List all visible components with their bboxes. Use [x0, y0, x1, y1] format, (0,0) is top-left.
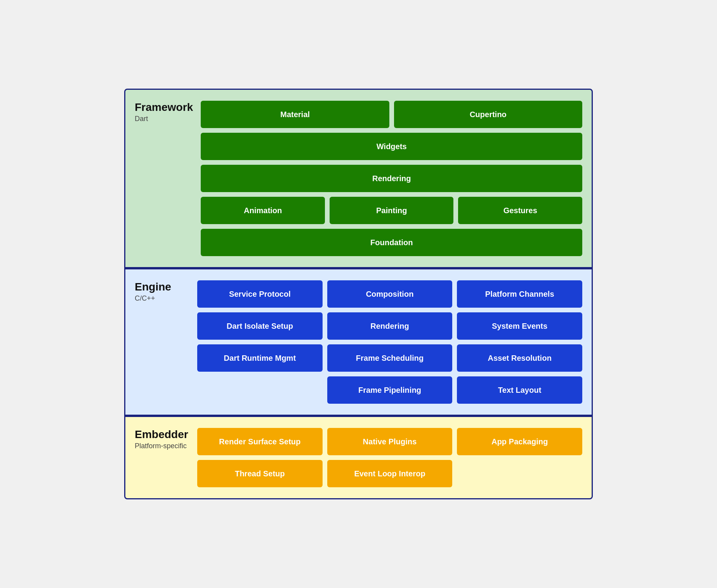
framework-label: Framework Dart [135, 101, 193, 123]
framework-foundation: Foundation [201, 229, 582, 256]
framework-row-2: Widgets [201, 133, 582, 160]
engine-text-layout: Text Layout [457, 376, 582, 404]
embedder-layer: Embedder Platform-specific Render Surfac… [124, 416, 593, 499]
engine-dart-runtime-mgmt: Dart Runtime Mgmt [197, 344, 323, 372]
engine-system-events: System Events [457, 312, 582, 340]
engine-dart-isolate-setup: Dart Isolate Setup [197, 312, 323, 340]
embedder-app-packaging: App Packaging [457, 428, 582, 455]
engine-composition: Composition [327, 280, 453, 308]
embedder-event-loop-interop: Event Loop Interop [327, 460, 453, 487]
embedder-thread-setup: Thread Setup [197, 460, 323, 487]
engine-asset-resolution: Asset Resolution [457, 344, 582, 372]
embedder-subtitle: Platform-specific [135, 442, 189, 450]
embedder-row-1: Render Surface Setup Native Plugins App … [197, 428, 582, 455]
engine-row-4: Frame Pipelining Text Layout [197, 376, 582, 404]
framework-material: Material [201, 101, 389, 128]
framework-row-1: Material Cupertino [201, 101, 582, 128]
engine-rendering: Rendering [327, 312, 453, 340]
framework-layer: Framework Dart Material Cupertino Widget… [124, 89, 593, 268]
embedder-label: Embedder Platform-specific [135, 428, 189, 450]
framework-row-4: Animation Painting Gestures [201, 197, 582, 224]
engine-content: Service Protocol Composition Platform Ch… [197, 280, 582, 404]
embedder-native-plugins: Native Plugins [327, 428, 453, 455]
framework-row-3: Rendering [201, 165, 582, 192]
framework-rendering: Rendering [201, 165, 582, 192]
framework-gestures: Gestures [458, 197, 582, 224]
engine-service-protocol: Service Protocol [197, 280, 323, 308]
embedder-title: Embedder [135, 428, 189, 441]
framework-cupertino: Cupertino [394, 101, 582, 128]
engine-platform-channels: Platform Channels [457, 280, 582, 308]
engine-frame-pipelining: Frame Pipelining [327, 376, 453, 404]
engine-title: Engine [135, 280, 189, 294]
engine-frame-scheduling: Frame Scheduling [327, 344, 453, 372]
engine-row-1: Service Protocol Composition Platform Ch… [197, 280, 582, 308]
engine-subtitle: C/C++ [135, 294, 189, 303]
framework-content: Material Cupertino Widgets Rendering Ani… [201, 101, 582, 256]
embedder-content: Render Surface Setup Native Plugins App … [197, 428, 582, 487]
engine-label: Engine C/C++ [135, 280, 189, 303]
flutter-architecture-diagram: Framework Dart Material Cupertino Widget… [124, 89, 593, 499]
engine-layer: Engine C/C++ Service Protocol Compositio… [124, 268, 593, 416]
framework-title: Framework [135, 101, 193, 114]
framework-subtitle: Dart [135, 115, 193, 123]
framework-widgets: Widgets [201, 133, 582, 160]
embedder-render-surface-setup: Render Surface Setup [197, 428, 323, 455]
engine-row-3: Dart Runtime Mgmt Frame Scheduling Asset… [197, 344, 582, 372]
embedder-row-2: Thread Setup Event Loop Interop [197, 460, 582, 487]
framework-row-5: Foundation [201, 229, 582, 256]
framework-painting: Painting [330, 197, 454, 224]
framework-animation: Animation [201, 197, 325, 224]
engine-row-2: Dart Isolate Setup Rendering System Even… [197, 312, 582, 340]
